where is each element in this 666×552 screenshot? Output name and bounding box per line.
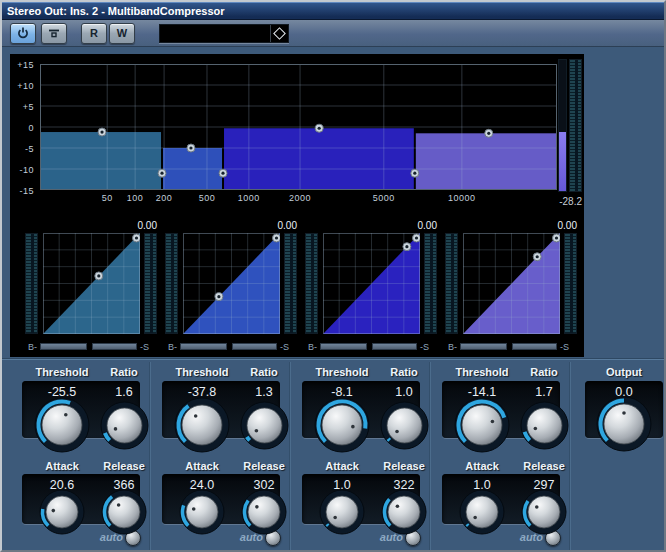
output-label: Output <box>584 366 664 378</box>
band-slider[interactable] <box>232 343 277 350</box>
release-value[interactable]: 322 <box>364 478 444 492</box>
band-slider[interactable] <box>460 343 507 350</box>
eq-display <box>40 64 557 190</box>
output-meter-scale <box>569 59 582 192</box>
eq-x-tick: 5000 <box>366 193 402 203</box>
display-panel: +15+10+50-5-10-15 5010020050010002000500… <box>10 54 584 357</box>
eq-y-tick: +15 <box>12 60 34 70</box>
release-value[interactable]: 366 <box>84 478 164 492</box>
controls-section: Output 0.0 ThresholdRatio-25.51.6AttackR… <box>2 358 666 552</box>
release-value[interactable]: 302 <box>224 478 304 492</box>
read-button-label: R <box>90 27 98 39</box>
band-3-area[interactable] <box>224 128 414 190</box>
output-meter-readout: -28.2 <box>542 196 582 207</box>
band-4-area[interactable] <box>416 133 556 190</box>
band-4-controls: ThresholdRatio-14.11.7AttackRelease1.029… <box>430 360 570 552</box>
gain-reduction-readout: 0.00 <box>278 220 297 231</box>
output-controls: Output 0.0 <box>570 360 666 552</box>
attack-knob[interactable] <box>319 489 365 535</box>
eq-plot-area <box>40 64 557 190</box>
band-input-meter <box>445 233 458 334</box>
ratio-value[interactable]: 1.6 <box>84 385 164 399</box>
band-slider[interactable] <box>92 343 137 350</box>
bypass-button[interactable] <box>41 23 67 44</box>
release-knob[interactable] <box>521 489 567 535</box>
compression-curve-graph <box>323 233 420 334</box>
solo-label[interactable]: -S <box>560 342 569 352</box>
band-gr-meter <box>424 233 437 334</box>
ratio-knob[interactable] <box>520 401 569 450</box>
write-button-label: W <box>117 27 127 39</box>
plugin-window: Stereo Out: Ins. 2 - MultibandCompressor… <box>0 0 666 552</box>
threshold-knob[interactable] <box>34 397 90 453</box>
bypass-label[interactable]: B- <box>448 342 457 352</box>
solo-label[interactable]: -S <box>140 342 149 352</box>
output-value[interactable]: 0.0 <box>584 385 664 399</box>
band-slider[interactable] <box>40 343 87 350</box>
comp-module-3: 0.00B--S <box>305 220 439 356</box>
ratio-value[interactable]: 1.7 <box>504 385 584 399</box>
band-bs-row: B--S <box>445 340 579 354</box>
ratio-knob[interactable] <box>380 401 429 450</box>
preset-menu-button[interactable] <box>270 25 288 42</box>
gain-reduction-readout: 0.00 <box>138 220 157 231</box>
title-bar[interactable]: Stereo Out: Ins. 2 - MultibandCompressor <box>2 2 664 20</box>
output-level-fill <box>559 132 566 191</box>
eq-y-tick: 0 <box>12 123 34 133</box>
diamond-icon <box>273 27 286 40</box>
ratio-value[interactable]: 1.3 <box>224 385 304 399</box>
attack-knob[interactable] <box>39 489 85 535</box>
ratio-value[interactable]: 1.0 <box>364 385 444 399</box>
eq-y-tick: +5 <box>12 102 34 112</box>
band-bs-row: B--S <box>165 340 299 354</box>
output-level-meter <box>558 59 567 192</box>
gain-reduction-readout: 0.00 <box>558 220 577 231</box>
write-automation-button[interactable]: W <box>109 23 135 44</box>
read-automation-button[interactable]: R <box>81 23 107 44</box>
attack-knob[interactable] <box>459 489 505 535</box>
eq-x-tick: 200 <box>146 193 182 203</box>
threshold-knob[interactable] <box>174 397 230 453</box>
release-knob[interactable] <box>241 489 287 535</box>
bypass-label[interactable]: B- <box>168 342 177 352</box>
band-slider[interactable] <box>320 343 367 350</box>
band-slider[interactable] <box>512 343 557 350</box>
eq-y-axis: +15+10+50-5-10-15 <box>12 64 37 190</box>
band-3-controls: ThresholdRatio-8.11.0AttackRelease1.0322… <box>290 360 430 552</box>
band-slider[interactable] <box>372 343 417 350</box>
eq-y-tick: +10 <box>12 81 34 91</box>
compression-curve-graph <box>43 233 140 334</box>
solo-label[interactable]: -S <box>420 342 429 352</box>
band-slider[interactable] <box>180 343 227 350</box>
release-knob[interactable] <box>381 489 427 535</box>
release-knob[interactable] <box>101 489 147 535</box>
toolbar: R W <box>2 20 664 47</box>
band-gr-meter <box>144 233 157 334</box>
compression-curve-graph <box>183 233 280 334</box>
ratio-knob[interactable] <box>240 401 289 450</box>
output-knob[interactable] <box>596 396 652 452</box>
band-gr-meter <box>564 233 577 334</box>
ratio-label: Ratio <box>504 366 584 378</box>
bypass-label[interactable]: B- <box>28 342 37 352</box>
bypass-label[interactable]: B- <box>308 342 317 352</box>
eq-x-tick: 1000 <box>231 193 267 203</box>
band-1-area[interactable] <box>41 132 161 190</box>
band-bs-row: B--S <box>25 340 159 354</box>
ratio-knob[interactable] <box>100 401 149 450</box>
power-button[interactable] <box>10 23 36 44</box>
threshold-knob[interactable] <box>454 397 510 453</box>
preset-field[interactable] <box>159 24 289 43</box>
eq-y-tick: -5 <box>12 144 34 154</box>
window-title: Stereo Out: Ins. 2 - MultibandCompressor <box>7 5 225 17</box>
comp-module-2: 0.00B--S <box>165 220 299 356</box>
release-label: Release <box>504 460 584 472</box>
threshold-knob[interactable] <box>314 397 370 453</box>
power-icon <box>17 27 29 39</box>
attack-knob[interactable] <box>179 489 225 535</box>
solo-label[interactable]: -S <box>280 342 289 352</box>
release-value[interactable]: 297 <box>504 478 584 492</box>
band-1-controls: ThresholdRatio-25.51.6AttackRelease20.63… <box>10 360 150 552</box>
band-input-meter <box>305 233 318 334</box>
eq-x-axis: 5010020050010002000500010000 <box>40 193 557 205</box>
